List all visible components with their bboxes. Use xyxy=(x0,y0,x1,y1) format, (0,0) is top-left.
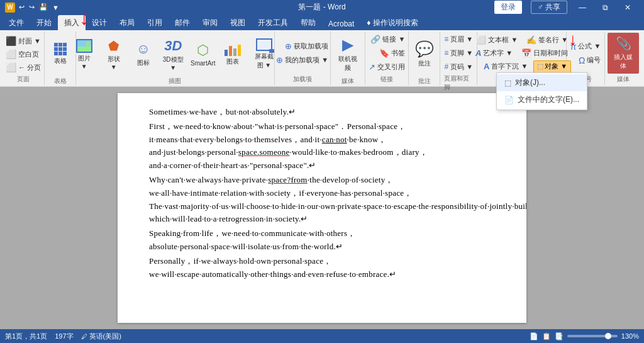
insert-icon-button[interactable]: ☺ 图标 xyxy=(130,33,157,76)
save-button[interactable]: 💾 xyxy=(38,3,49,11)
insert-shape-button[interactable]: ⬟ 形状 ▼ xyxy=(100,33,128,76)
addins-group-label: 加载项 xyxy=(293,74,312,84)
link-button[interactable]: 🔗 链接 ▼ xyxy=(367,33,408,46)
object-button[interactable]: ⬚ 对象 ▼ ↓ xyxy=(533,60,571,73)
tab-file[interactable]: 文件 xyxy=(3,15,30,30)
tab-search[interactable]: ♦ 操作说明搜索 xyxy=(360,15,424,30)
3d-icon: 3D xyxy=(164,38,182,54)
ribbon-group-links: 🔗 链接 ▼ 🔖 书签 ↗ 交叉引用 链接 xyxy=(365,31,409,85)
paragraph-4: Speaking·from·life，we·need·to·communicat… xyxy=(149,227,495,254)
insert-chart-button[interactable]: 图表 xyxy=(219,33,247,76)
close-button[interactable]: ✕ xyxy=(616,0,639,14)
tab-layout[interactable]: 布局 xyxy=(113,15,141,30)
object-dropdown: ⬚ 对象(J)... 📄 文件中的文字(E)... xyxy=(496,72,587,110)
customize-qa-button[interactable]: ▼ xyxy=(51,3,60,11)
table-group-label: 表格 xyxy=(54,76,67,86)
status-left: 第1页，共1页 197字 🖊 英语(美国) xyxy=(5,332,121,341)
dropdown-item-file-text[interactable]: 📄 文件中的文字(E)... xyxy=(497,91,587,108)
title-bar: W ↩ ↪ 💾 ▼ 第一题 - Word 登录 ♂ 共享 — ⧉ ✕ xyxy=(0,0,644,14)
dropcap-button[interactable]: A首字下沉 ▼ xyxy=(480,60,531,73)
media-group-label: 媒体 xyxy=(341,76,354,86)
object-item-icon: ⬚ xyxy=(504,79,511,87)
view-web-icon[interactable]: 📋 xyxy=(542,332,551,340)
symbol-button[interactable]: Ω 编号 xyxy=(575,54,604,67)
tab-home[interactable]: 开始 xyxy=(30,15,58,30)
insert-media-button[interactable]: 📎 插入媒体 xyxy=(608,33,639,74)
chart-icon xyxy=(225,42,241,56)
tab-design[interactable]: 设计 xyxy=(86,15,113,30)
zoom-slider[interactable] xyxy=(567,335,618,337)
file-text-icon: 📄 xyxy=(504,96,514,104)
hf-group-label: 页眉和页脚 xyxy=(444,73,473,92)
share-button[interactable]: ♂ 共享 xyxy=(531,1,567,14)
picture-icon xyxy=(76,39,92,53)
get-addins-button[interactable]: ⊕ 获取加载项 xyxy=(282,40,331,53)
smartart-icon: ⬡ xyxy=(197,42,209,59)
document-title: 第一题 - Word xyxy=(298,2,345,13)
tab-references[interactable]: 引用 xyxy=(141,15,169,30)
tab-help[interactable]: 帮助 xyxy=(294,15,322,30)
status-bar: 第1页，共1页 197字 🖊 英语(美国) 📄 📋 📑 130% xyxy=(0,329,644,343)
page-number-button[interactable]: # 页码 ▼ xyxy=(441,60,476,73)
undo-button[interactable]: ↩ xyxy=(18,3,26,11)
online-video-button[interactable]: ▶ 联机视频 xyxy=(334,33,362,76)
insert-media-items: 📎 插入媒体 xyxy=(608,33,639,74)
word-icon: W xyxy=(5,3,15,13)
comments-group-label: 批注 xyxy=(418,76,431,86)
tab-insert[interactable]: 插入 xyxy=(58,15,86,30)
dropdown-item-object[interactable]: ⬚ 对象(J)... xyxy=(497,74,587,91)
insert-smartart-button[interactable]: ⬡ SmartArt xyxy=(189,33,217,76)
document-content: Sometimes·we·have，but·not·absolutely.↵ F… xyxy=(149,106,495,281)
textbox-button[interactable]: ⬜文本框 ▼ xyxy=(473,34,521,47)
page-break-button[interactable]: ⬜ ← 分页 xyxy=(3,61,44,74)
shape-icon: ⬟ xyxy=(108,38,119,53)
document-page[interactable]: Sometimes·we·have，but·not·absolutely.↵ F… xyxy=(118,93,526,323)
equation-button[interactable]: π 公式 ▼ xyxy=(567,40,604,53)
ribbon-tabs: 文件 开始 插入 设计 布局 引用 邮件 审阅 视图 开发工具 帮助 Acrob… xyxy=(0,14,644,30)
links-group-items: 🔗 链接 ▼ 🔖 书签 ↗ 交叉引用 xyxy=(365,33,408,74)
ribbon-group-media: ▶ 联机视频 媒体 xyxy=(331,31,366,85)
tab-review[interactable]: 审阅 xyxy=(196,15,224,30)
word-count: 197字 xyxy=(55,332,73,341)
zoom-level: 130% xyxy=(621,332,639,340)
view-normal-icon[interactable]: 📄 xyxy=(530,332,538,340)
login-button[interactable]: 登录 xyxy=(494,1,522,14)
insert-3d-button[interactable]: 3D 3D模型 ▼ xyxy=(159,33,187,76)
comment-button[interactable]: 💬 批注 xyxy=(411,33,438,76)
minimize-button[interactable]: — xyxy=(571,0,594,14)
ribbon-group-page: ⬛ 封面 ▼ ⬜ 空白页 ⬜ ← 分页 页面 xyxy=(3,31,45,85)
view-read-icon[interactable]: 📑 xyxy=(555,332,564,340)
footer-button[interactable]: ≡ 页脚 ▼ xyxy=(441,47,476,59)
language: 🖊 英语(美国) xyxy=(81,332,121,341)
wordart-button[interactable]: A艺术字 ▼ xyxy=(472,47,516,60)
header-button[interactable]: ≡ 页眉 ▼ xyxy=(441,33,476,45)
comments-group-items: 💬 批注 xyxy=(411,33,438,76)
bookmark-button[interactable]: 🔖 书签 xyxy=(376,47,408,60)
cover-page-button[interactable]: ⬛ 封面 ▼ xyxy=(3,35,44,47)
insert-picture-button[interactable]: 图片 ▼ ↓ xyxy=(70,33,98,76)
video-icon: ▶ xyxy=(342,36,353,53)
tab-mailings[interactable]: 邮件 xyxy=(169,15,196,30)
paragraph-2: First，we·need·to·know·about·"what·is·per… xyxy=(149,120,495,172)
paragraph-1: Sometimes·we·have，but·not·absolutely.↵ xyxy=(149,106,495,119)
signature-button[interactable]: ✍签名行 ▼ xyxy=(523,34,571,47)
redo-button[interactable]: ↪ xyxy=(28,3,36,11)
date-time-button[interactable]: 📅日期和时间 xyxy=(518,47,571,60)
ribbon-group-addins: ⊕ 获取加载项 ⊕ 我的加载项 ▼ 加载项 xyxy=(275,31,331,85)
text-group-items: ⬜文本框 ▼ ✍签名行 ▼ A艺术字 ▼ 📅日期和时间 A首字下沉 ▼ xyxy=(472,33,571,74)
my-addins-button[interactable]: ⊕ 我的加载项 ▼ xyxy=(273,54,331,67)
blank-page-button[interactable]: ⬜ 空白页 xyxy=(3,48,44,60)
page-group-items: ⬛ 封面 ▼ ⬜ 空白页 ⬜ ← 分页 xyxy=(3,33,44,74)
tab-view[interactable]: 视图 xyxy=(224,15,252,30)
cross-reference-button[interactable]: ↗ 交叉引用 xyxy=(365,61,408,74)
media-group-items: ▶ 联机视频 xyxy=(334,33,362,76)
tab-acrobat[interactable]: Acrobat xyxy=(322,17,360,30)
document-wrapper: Sometimes·we·have，but·not·absolutely.↵ F… xyxy=(118,93,526,323)
page-group-label: 页面 xyxy=(17,74,30,84)
links-group-label: 链接 xyxy=(380,74,393,84)
zoom-thumb xyxy=(605,333,611,339)
title-bar-left: W ↩ ↪ 💾 ▼ xyxy=(5,3,60,13)
paragraph-5: Personally，if·we·always·hold·own·persona… xyxy=(149,255,495,281)
restore-button[interactable]: ⧉ xyxy=(594,0,616,14)
tab-developer[interactable]: 开发工具 xyxy=(252,15,294,30)
